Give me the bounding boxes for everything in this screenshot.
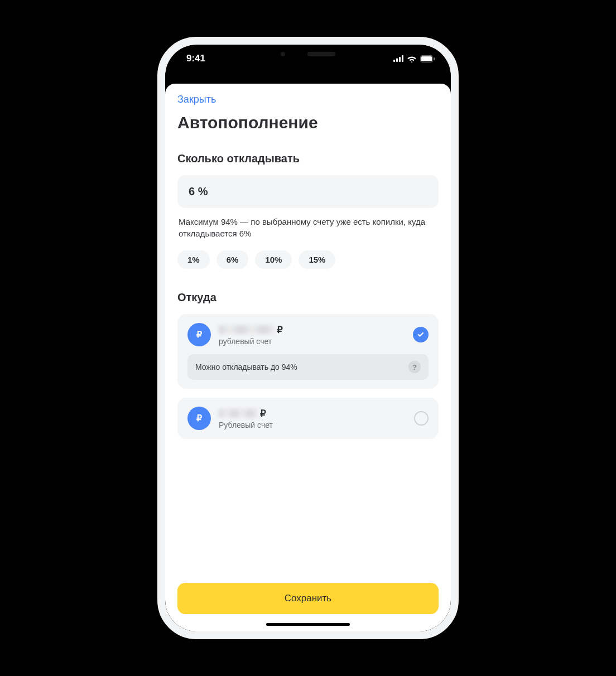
percent-chip[interactable]: 15%	[299, 250, 335, 269]
percent-chip[interactable]: 10%	[255, 250, 292, 269]
status-time: 9:41	[186, 53, 205, 64]
app-area: Закрыть Автопополнение Сколько откладыва…	[165, 73, 451, 631]
account-card-selected[interactable]: ₽ ₽ рублевый счет	[177, 314, 439, 389]
side-button	[157, 145, 158, 167]
radio-unchecked-icon[interactable]	[414, 411, 429, 426]
percent-chip[interactable]: 6%	[216, 250, 249, 269]
home-indicator[interactable]	[266, 623, 350, 626]
svg-text:₽: ₽	[196, 330, 202, 339]
svg-text:₽: ₽	[196, 413, 202, 423]
account-balance: ₽	[219, 324, 405, 336]
account-info: ₽ Рублевый счет	[219, 408, 406, 429]
percent-input[interactable]: 6 %	[177, 175, 439, 208]
svg-rect-3	[402, 55, 403, 62]
side-button	[157, 184, 158, 223]
screen: 9:41 Закрыть Автопополнение Сколько откл…	[165, 45, 451, 631]
close-button[interactable]: Закрыть	[177, 94, 439, 105]
ruble-icon: ₽	[187, 407, 211, 430]
wifi-icon	[407, 55, 417, 62]
account-row: ₽ ₽ рублевый счет	[187, 323, 429, 346]
side-button	[157, 234, 158, 273]
phone-notch	[252, 45, 364, 64]
cellular-icon	[393, 55, 403, 62]
status-icons	[393, 55, 435, 62]
modal-sheet: Закрыть Автопополнение Сколько откладыва…	[165, 84, 451, 631]
svg-rect-5	[421, 56, 432, 61]
account-balance: ₽	[219, 408, 406, 419]
currency-symbol: ₽	[260, 408, 266, 419]
svg-rect-6	[434, 57, 435, 60]
account-subtitle: Рублевый счет	[219, 421, 406, 429]
help-icon[interactable]: ?	[408, 361, 421, 373]
redacted-amount	[219, 325, 275, 334]
page-title: Автопополнение	[177, 113, 439, 132]
ruble-icon: ₽	[187, 323, 211, 346]
account-info: ₽ рублевый счет	[219, 324, 405, 346]
svg-rect-2	[399, 57, 401, 62]
account-card[interactable]: ₽ ₽ Рублевый счет	[177, 398, 439, 439]
svg-rect-0	[393, 60, 395, 62]
account-row: ₽ ₽ Рублевый счет	[187, 407, 429, 430]
source-section-title: Откуда	[177, 291, 439, 304]
battery-icon	[420, 55, 435, 62]
redacted-amount	[219, 409, 258, 418]
side-button	[458, 195, 459, 257]
percent-chips: 1% 6% 10% 15%	[177, 250, 439, 269]
phone-frame: 9:41 Закрыть Автопополнение Сколько откл…	[157, 37, 459, 639]
account-note: Можно откладывать до 94% ?	[187, 354, 429, 380]
currency-symbol: ₽	[277, 324, 283, 336]
save-button[interactable]: Сохранить	[177, 583, 439, 614]
svg-rect-1	[396, 59, 398, 62]
account-subtitle: рублевый счет	[219, 337, 405, 346]
amount-section-title: Сколько откладывать	[177, 152, 439, 165]
percent-chip[interactable]: 1%	[177, 250, 210, 269]
amount-hint: Максимум 94% — по выбранному счету уже е…	[177, 216, 439, 239]
checkmark-icon	[413, 327, 429, 342]
account-note-text: Можно откладывать до 94%	[195, 363, 297, 371]
